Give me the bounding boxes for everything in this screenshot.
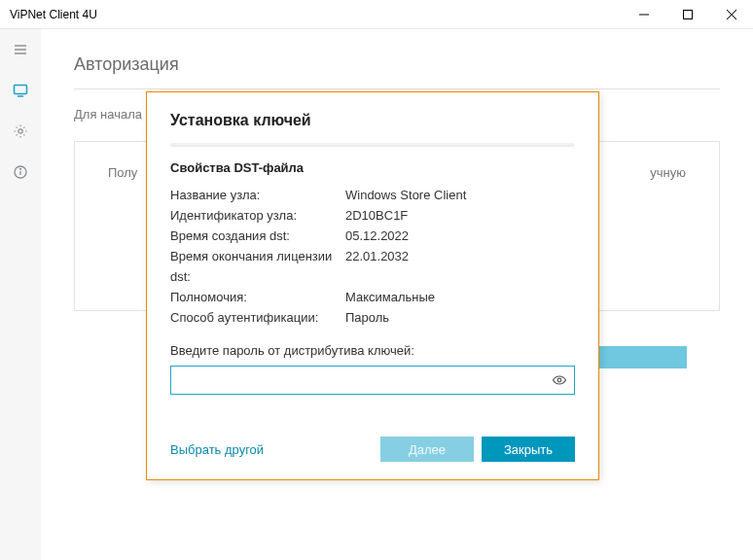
row-node-name: Название узла: Windows Store Client xyxy=(170,185,575,205)
label-node-id: Идентификатор узла: xyxy=(170,205,345,226)
svg-point-9 xyxy=(18,129,22,133)
info-icon[interactable] xyxy=(0,158,41,187)
label-permissions: Полномочия: xyxy=(170,287,345,307)
dialog-footer: Выбрать другой Далее Закрыть xyxy=(170,437,575,462)
separator xyxy=(170,143,575,147)
close-button[interactable]: Закрыть xyxy=(482,437,575,462)
page-title: Авторизация xyxy=(74,54,720,89)
row-license-end: Время окончания лицензии dst: 22.01.2032 xyxy=(170,246,575,287)
row-auth-method: Способ аутентификации: Пароль xyxy=(170,307,575,328)
window-controls xyxy=(622,0,753,29)
titlebar: ViPNet Client 4U xyxy=(0,0,753,29)
value-node-id: 2D10BC1F xyxy=(345,205,575,226)
svg-point-13 xyxy=(557,378,561,382)
sidebar xyxy=(0,29,41,560)
close-window-button[interactable] xyxy=(709,0,753,29)
row-permissions: Полномочия: Максимальные xyxy=(170,287,575,307)
label-created: Время создания dst: xyxy=(170,226,345,246)
value-node-name: Windows Store Client xyxy=(345,185,575,205)
row-node-id: Идентификатор узла: 2D10BC1F xyxy=(170,205,575,226)
settings-icon[interactable] xyxy=(0,117,41,146)
minimize-button[interactable] xyxy=(622,0,665,29)
value-permissions: Максимальные xyxy=(345,287,575,307)
label-node-name: Название узла: xyxy=(170,185,345,205)
maximize-button[interactable] xyxy=(665,0,709,29)
svg-point-12 xyxy=(20,168,21,169)
value-license-end: 22.01.2032 xyxy=(345,246,575,287)
label-auth-method: Способ аутентификации: xyxy=(170,307,345,328)
svg-rect-1 xyxy=(683,10,692,18)
value-created: 05.12.2022 xyxy=(345,226,575,246)
label-license-end: Время окончания лицензии dst: xyxy=(170,246,345,287)
menu-icon[interactable] xyxy=(0,35,41,64)
choose-other-link[interactable]: Выбрать другой xyxy=(170,442,264,457)
install-keys-dialog: Установка ключей Свойства DST-файла Назв… xyxy=(146,91,599,480)
monitor-icon[interactable] xyxy=(0,76,41,105)
dst-properties-heading: Свойства DST-файла xyxy=(170,160,575,175)
eye-icon[interactable] xyxy=(552,372,567,388)
next-button[interactable]: Далее xyxy=(380,437,474,462)
svg-rect-7 xyxy=(15,86,27,94)
window-title: ViPNet Client 4U xyxy=(10,8,97,21)
password-field-wrap xyxy=(170,366,575,395)
row-created: Время создания dst: 05.12.2022 xyxy=(170,226,575,246)
card-text-left: Полу xyxy=(108,165,137,180)
password-input[interactable] xyxy=(170,366,575,395)
value-auth-method: Пароль xyxy=(345,307,575,328)
password-prompt: Введите пароль от дистрибутива ключей: xyxy=(170,343,575,358)
card-text-right: учную xyxy=(650,165,686,180)
dialog-title: Установка ключей xyxy=(170,112,575,129)
background-next-button xyxy=(599,346,687,368)
